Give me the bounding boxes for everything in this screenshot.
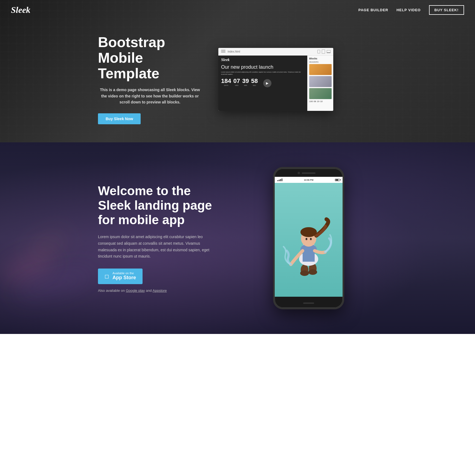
sidebar-block-1 [309, 64, 332, 75]
nav-links: PAGE BUILDER HELP VIDEO BUY SLEEK! [358, 5, 464, 15]
preview-countdown: 184 DAYS 07 HRS 39 MIN 58 [218, 76, 307, 88]
svg-point-9 [300, 227, 317, 237]
preview-content: Sleek Our new product launch Lorem ipsum… [218, 56, 307, 111]
mobile-title: Welcome to the Sleek landing page for mo… [98, 184, 218, 227]
appstore-large-text: App Store [112, 275, 136, 281]
signal-bar-3 [280, 179, 281, 181]
countdown-min: 39 MIN [242, 77, 249, 86]
mobile-icon [317, 50, 320, 53]
countdown-sec-label: SEC [251, 85, 258, 86]
nav-buy-button[interactable]: BUY SLEEK! [429, 5, 464, 15]
phone-mockup: 14:06 PM [273, 167, 344, 309]
signal-bar-4 [282, 178, 282, 181]
hero-title: Bootstrap Mobile Template [98, 34, 202, 82]
appstore-small-text: Available on the [112, 272, 136, 275]
countdown-hrs-label: HRS [233, 85, 240, 86]
countdown-hrs-num: 07 [233, 77, 240, 85]
hero-cta-button[interactable]: Buy Sleek Now [98, 113, 141, 124]
signal-bars [277, 178, 282, 181]
countdown-min-label: MIN [242, 85, 249, 86]
sidebar-num-1: 100 [309, 100, 313, 103]
svg-point-2 [300, 270, 309, 276]
preview-banner-text: Our new product launch [218, 63, 307, 70]
navbar: Sleek PAGE BUILDER HELP VIDEO BUY SLEEK! [0, 0, 475, 20]
hero-content: Bootstrap Mobile Template This is a demo… [87, 18, 388, 125]
sidebar-num-3: 19 [317, 100, 319, 103]
phone-home-bar [303, 302, 314, 304]
svg-point-3 [308, 269, 317, 275]
phone-app-content [275, 183, 343, 297]
google-play-link[interactable]: Google play [126, 289, 145, 293]
sidebar-title: Blocks [309, 57, 332, 60]
countdown-sec: 58 SEC [251, 77, 258, 86]
hero-text: Bootstrap Mobile Template This is a demo… [98, 34, 202, 125]
preview-lorem: Lorem ipsum dolor sit amet adipiscing el… [218, 70, 307, 76]
countdown-days-num: 184 [221, 77, 231, 85]
desktop-icon [327, 50, 331, 53]
svg-point-13 [310, 238, 312, 240]
hero-subtitle: This is a demo page showcasing all Sleek… [98, 87, 202, 105]
sidebar-block-3 [309, 88, 332, 99]
mobile-description: Lorem ipsum dolor sit amet adipiscing el… [98, 234, 218, 260]
also-available: Also available on Google play and Appsto… [98, 289, 218, 293]
phone-container: 14:06 PM [240, 167, 377, 309]
hamburger-icon [221, 50, 225, 53]
character-svg [281, 199, 336, 281]
play-button[interactable]: ▶ [263, 79, 271, 87]
device-icons [317, 50, 331, 54]
phone-speaker [302, 172, 315, 174]
countdown-days: 184 DAYS [221, 77, 231, 86]
battery-icon [335, 179, 340, 181]
battery-fill [335, 179, 338, 181]
svg-rect-7 [303, 249, 315, 262]
preview-window: index.html Sleek Our new product launch … [218, 48, 333, 111]
tablet-icon [322, 50, 325, 54]
and-text: and [145, 289, 152, 293]
phone-camera [298, 172, 300, 174]
also-available-text: Also available on [98, 289, 126, 293]
hero-section: Bootstrap Mobile Template This is a demo… [0, 0, 475, 142]
phone-time: 14:06 PM [304, 179, 314, 181]
countdown-sec-num: 58 [251, 77, 258, 85]
appstore-button[interactable]: ◻ Available on the App Store [98, 269, 143, 284]
mobile-content: Welcome to the Sleek landing page for mo… [87, 151, 388, 326]
preview-url: index.html [228, 50, 315, 53]
phone-screen [275, 183, 343, 297]
signal-bar-2 [279, 180, 280, 181]
preview-inner-logo: Sleek [218, 56, 307, 63]
phone-status-bar: 14:06 PM [275, 177, 343, 183]
nav-logo: Sleek [11, 5, 30, 15]
mobile-text: Welcome to the Sleek landing page for mo… [98, 184, 218, 292]
mobile-section: Welcome to the Sleek landing page for mo… [0, 142, 475, 334]
countdown-days-label: DAYS [221, 85, 231, 86]
nav-link-page-builder[interactable]: PAGE BUILDER [358, 8, 388, 12]
sidebar-numbers: 100 08 19 10 [309, 100, 332, 103]
svg-point-12 [306, 238, 307, 240]
countdown-hrs: 07 HRS [233, 77, 240, 86]
nav-link-help-video[interactable]: HELP VIDEO [396, 8, 421, 12]
sidebar-subtitle: HEADERS [309, 61, 332, 63]
preview-main: Sleek Our new product launch Lorem ipsum… [218, 56, 333, 111]
phone-icon: ◻ [105, 273, 109, 279]
sidebar-block-2 [309, 76, 332, 87]
preview-bar: index.html [218, 48, 333, 56]
sidebar-num-2: 08 [314, 100, 316, 103]
preview-sidebar: Blocks HEADERS 100 08 19 10 [307, 56, 333, 111]
signal-bar-1 [277, 180, 278, 181]
appstore-link[interactable]: Appstore [153, 289, 167, 293]
appstore-text: Available on the App Store [112, 272, 136, 281]
countdown-min-num: 39 [242, 77, 249, 85]
sidebar-num-4: 10 [320, 100, 323, 103]
